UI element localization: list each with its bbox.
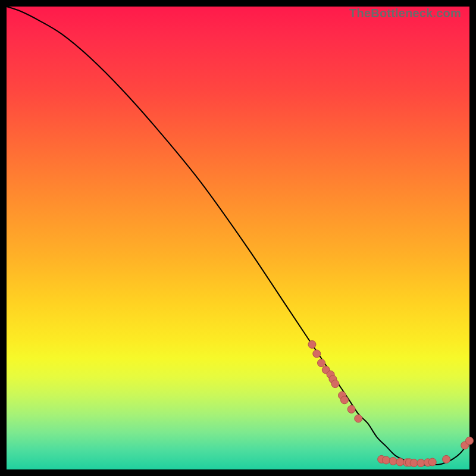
- scatter-dot: [347, 405, 355, 413]
- chart-svg: [7, 7, 469, 469]
- scatter-dot: [389, 457, 397, 465]
- scatter-dot: [417, 459, 425, 467]
- bottleneck-curve: [7, 7, 469, 465]
- scatter-dot: [443, 455, 450, 463]
- chart-stage: TheBottleneck.com: [0, 0, 476, 476]
- scatter-dot: [410, 459, 418, 467]
- scatter-dot: [331, 380, 339, 388]
- scatter-dot: [318, 359, 325, 367]
- scatter-dots: [308, 340, 474, 466]
- scatter-dot: [428, 458, 436, 466]
- scatter-dot: [382, 456, 390, 464]
- plot-area: TheBottleneck.com: [7, 7, 469, 469]
- scatter-dot: [466, 437, 474, 444]
- scatter-dot: [355, 415, 362, 422]
- scatter-dot: [340, 396, 348, 404]
- scatter-dot: [396, 458, 404, 466]
- scatter-dot: [308, 340, 316, 348]
- scatter-dot: [313, 350, 321, 358]
